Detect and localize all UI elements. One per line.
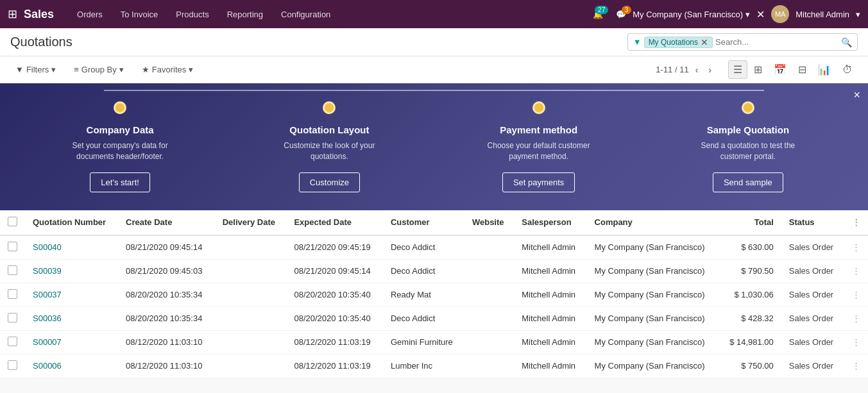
next-page-button[interactable]: › (704, 62, 715, 78)
wizard-step-1-button[interactable]: Let's start! (90, 172, 150, 192)
row-number-2[interactable]: S00037 (25, 283, 118, 306)
kanban-view-button[interactable]: ⊞ (749, 60, 767, 79)
wizard-step-3-desc: Choose your default customer payment met… (481, 140, 597, 162)
nav-products[interactable]: Products (168, 6, 216, 23)
wizard-step-4-button[interactable]: Send sample (713, 172, 783, 192)
row-status-1: Sales Order (781, 259, 844, 283)
row-company-4: My Company (San Francisco) (587, 330, 719, 354)
nav-reporting[interactable]: Reporting (219, 6, 271, 23)
wizard-step-4: Sample Quotation Send a quotation to tes… (643, 101, 853, 192)
notification-count: 27 (595, 6, 608, 14)
row-options-5[interactable]: ⋮ (844, 354, 868, 378)
wizard-step-2-button[interactable]: Customize (299, 172, 360, 192)
nav-to-invoice[interactable]: To Invoice (113, 6, 166, 23)
row-number-3[interactable]: S00036 (25, 306, 118, 330)
favorites-chevron-icon: ▾ (189, 65, 193, 74)
row-status-3: Sales Order (781, 306, 844, 330)
groupby-icon: ≡ (74, 65, 79, 74)
row-options-2[interactable]: ⋮ (844, 283, 868, 306)
my-quotations-tag: My Quotations ✕ (644, 37, 713, 48)
row-website-5 (464, 354, 514, 378)
filter-tag: ▼ My Quotations ✕ (633, 37, 713, 48)
col-create-date[interactable]: Create Date (118, 210, 215, 235)
nav-right-section: 🔔 27 💬 3 My Company (San Francisco) ▾ ✕ … (593, 5, 860, 23)
row-customer-2: Ready Mat (383, 283, 464, 306)
wizard-close-button[interactable]: × (853, 88, 860, 102)
nav-orders[interactable]: Orders (69, 6, 110, 23)
search-bar: ▼ My Quotations ✕ 🔍 (627, 33, 858, 51)
chat-button[interactable]: 💬 3 (616, 10, 626, 19)
row-salesperson-3: Mitchell Admin (514, 306, 586, 330)
row-number-1[interactable]: S00039 (25, 259, 118, 283)
header-checkbox[interactable] (8, 217, 17, 226)
col-expected-date[interactable]: Expected Date (286, 210, 383, 235)
col-delivery-date[interactable]: Delivery Date (215, 210, 287, 235)
row-checkbox-1[interactable] (0, 259, 25, 283)
col-customer[interactable]: Customer (383, 210, 464, 235)
pivot-view-button[interactable]: ⊟ (793, 60, 812, 79)
row-checkbox-0[interactable] (0, 235, 25, 260)
row-number-5[interactable]: S00006 (25, 354, 118, 378)
search-input[interactable] (713, 36, 841, 48)
wizard-steps: Company Data Set your company's data for… (15, 101, 853, 192)
wizard-step-1-title: Company Data (87, 124, 154, 135)
avatar[interactable]: MA (771, 5, 789, 23)
table-row[interactable]: S00006 08/12/2020 11:03:10 08/12/2020 11… (0, 354, 868, 378)
col-total[interactable]: Total (719, 210, 781, 235)
row-expected-date-1: 08/21/2020 09:45:14 (286, 259, 383, 283)
row-number-4[interactable]: S00007 (25, 330, 118, 354)
row-options-1[interactable]: ⋮ (844, 259, 868, 283)
groupby-button[interactable]: ≡ Group By ▾ (69, 62, 129, 77)
search-button[interactable]: 🔍 (841, 37, 852, 47)
table-row[interactable]: S00007 08/12/2020 11:03:10 08/12/2020 11… (0, 330, 868, 354)
col-salesperson[interactable]: Salesperson (514, 210, 586, 235)
row-salesperson-0: Mitchell Admin (514, 235, 586, 260)
select-all-checkbox[interactable] (0, 210, 25, 235)
table-row[interactable]: S00036 08/20/2020 10:35:34 08/20/2020 10… (0, 306, 868, 330)
row-status-5: Sales Order (781, 354, 844, 378)
row-options-0[interactable]: ⋮ (844, 235, 868, 260)
wizard-step-3-button[interactable]: Set payments (502, 172, 575, 192)
user-name[interactable]: Mitchell Admin (796, 10, 849, 19)
row-checkbox-2[interactable] (0, 283, 25, 306)
row-checkbox-5[interactable] (0, 354, 25, 378)
row-delivery-date-0 (215, 235, 287, 260)
table-row[interactable]: S00039 08/21/2020 09:45:03 08/21/2020 09… (0, 259, 868, 283)
row-status-4: Sales Order (781, 330, 844, 354)
row-website-2 (464, 283, 514, 306)
favorites-button[interactable]: ★ Favorites ▾ (137, 62, 198, 77)
apps-icon[interactable]: ⊞ (8, 7, 17, 21)
close-icon[interactable]: ✕ (756, 8, 765, 21)
col-status[interactable]: Status (781, 210, 844, 235)
row-total-5: $ 750.00 (719, 354, 781, 378)
company-selector[interactable]: My Company (San Francisco) ▾ (633, 10, 750, 19)
wizard-step-1: Company Data Set your company's data for… (15, 101, 225, 192)
col-options: ⋮ (844, 210, 868, 235)
prev-page-button[interactable]: ‹ (692, 62, 702, 78)
list-view-button[interactable]: ☰ (728, 60, 747, 79)
activity-view-button[interactable]: ⏱ (837, 61, 858, 79)
row-expected-date-0: 08/21/2020 09:45:19 (286, 235, 383, 260)
notification-bell[interactable]: 🔔 27 (593, 10, 603, 19)
nav-configuration[interactable]: Configuration (273, 6, 338, 23)
filters-chevron-icon: ▾ (51, 65, 56, 74)
row-salesperson-4: Mitchell Admin (514, 330, 586, 354)
graph-view-button[interactable]: 📊 (813, 60, 836, 79)
star-icon: ★ (142, 65, 149, 74)
col-quotation-number[interactable]: Quotation Number (25, 210, 118, 235)
table-row[interactable]: S00037 08/20/2020 10:35:34 08/20/2020 10… (0, 283, 868, 306)
row-number-0[interactable]: S00040 (25, 235, 118, 260)
row-options-4[interactable]: ⋮ (844, 330, 868, 354)
col-company[interactable]: Company (587, 210, 719, 235)
row-checkbox-4[interactable] (0, 330, 25, 354)
table-row[interactable]: S00040 08/21/2020 09:45:14 08/21/2020 09… (0, 235, 868, 260)
row-checkbox-3[interactable] (0, 306, 25, 330)
row-customer-0: Deco Addict (383, 235, 464, 260)
col-website[interactable]: Website (464, 210, 514, 235)
calendar-view-button[interactable]: 📅 (769, 60, 792, 79)
row-total-0: $ 630.00 (719, 235, 781, 260)
filters-button[interactable]: ▼ Filters ▾ (10, 62, 61, 77)
tag-close-icon[interactable]: ✕ (701, 38, 708, 47)
row-options-3[interactable]: ⋮ (844, 306, 868, 330)
row-create-date-3: 08/20/2020 10:35:34 (118, 306, 215, 330)
